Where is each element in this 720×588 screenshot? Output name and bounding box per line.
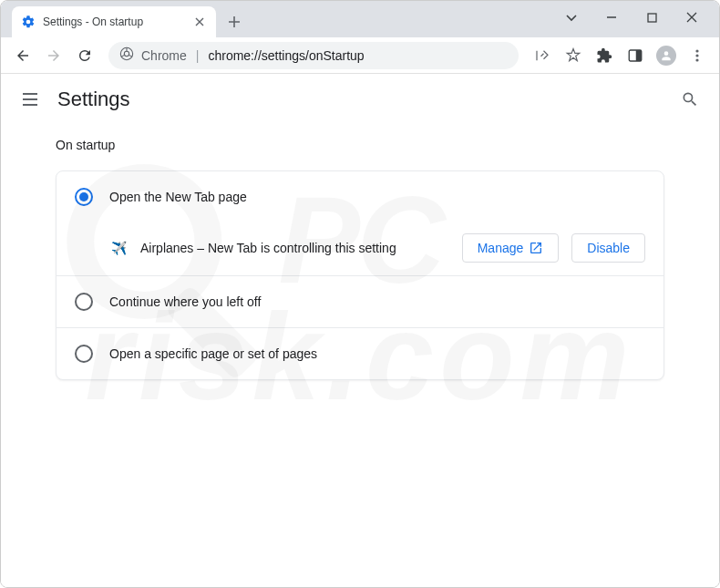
settings-body: On startup Open the New Tab page ✈️ Airp… <box>1 125 719 380</box>
svg-point-2 <box>124 51 129 56</box>
extension-notice: ✈️ Airplanes – New Tab is controlling th… <box>57 222 663 275</box>
tab-close-icon[interactable] <box>192 15 207 29</box>
startup-card: Open the New Tab page ✈️ Airplanes – New… <box>56 170 664 380</box>
search-icon[interactable] <box>679 88 701 110</box>
side-panel-icon[interactable] <box>622 43 648 68</box>
reload-button[interactable] <box>72 43 98 68</box>
browser-toolbar: Chrome | chrome://settings/onStartup <box>1 37 719 74</box>
menu-icon[interactable] <box>684 43 710 68</box>
page-content: Settings On startup Open the New Tab pag… <box>1 74 719 587</box>
extension-notice-text: Airplanes – New Tab is controlling this … <box>140 241 449 255</box>
tab-title: Settings - On startup <box>43 15 185 28</box>
page-title: Settings <box>57 88 130 111</box>
disable-button[interactable]: Disable <box>571 233 645 263</box>
external-link-icon <box>529 241 543 255</box>
minimize-icon[interactable] <box>595 5 628 30</box>
settings-gear-icon <box>21 15 36 29</box>
browser-tab[interactable]: Settings - On startup <box>12 6 216 37</box>
address-text: Chrome | chrome://settings/onStartup <box>141 48 365 63</box>
section-title: On startup <box>56 138 664 152</box>
title-bar: Settings - On startup <box>1 1 719 37</box>
svg-rect-4 <box>636 50 642 61</box>
hamburger-menu-icon[interactable] <box>19 88 41 110</box>
window-controls <box>555 5 712 37</box>
chrome-logo-icon <box>119 46 134 65</box>
svg-point-6 <box>695 54 698 57</box>
svg-point-5 <box>695 49 698 52</box>
extensions-icon[interactable] <box>591 43 617 68</box>
radio-option-specific[interactable]: Open a specific page or set of pages <box>57 328 663 379</box>
radio-label: Continue where you left off <box>109 294 261 309</box>
share-icon[interactable] <box>530 43 555 68</box>
radio-option-new-tab[interactable]: Open the New Tab page <box>57 171 663 222</box>
svg-rect-0 <box>648 14 656 22</box>
svg-point-7 <box>695 58 698 61</box>
radio-label: Open the New Tab page <box>109 190 247 204</box>
forward-button[interactable] <box>41 43 67 68</box>
back-button[interactable] <box>10 43 36 68</box>
settings-header: Settings <box>1 74 719 125</box>
profile-avatar[interactable] <box>653 43 679 68</box>
radio-selected-icon <box>75 188 93 206</box>
airplane-extension-icon: ✈️ <box>109 239 128 257</box>
new-tab-button[interactable] <box>221 9 247 35</box>
bookmark-icon[interactable] <box>561 43 586 68</box>
radio-option-continue[interactable]: Continue where you left off <box>57 276 663 327</box>
address-bar[interactable]: Chrome | chrome://settings/onStartup <box>108 42 519 69</box>
close-icon[interactable] <box>675 5 708 30</box>
chevron-down-icon[interactable] <box>555 5 588 30</box>
tabs-area: Settings - On startup <box>8 6 555 37</box>
manage-button[interactable]: Manage <box>462 233 560 263</box>
radio-unselected-icon <box>75 345 93 363</box>
maximize-icon[interactable] <box>635 5 668 30</box>
radio-label: Open a specific page or set of pages <box>109 346 317 361</box>
radio-unselected-icon <box>75 293 93 311</box>
